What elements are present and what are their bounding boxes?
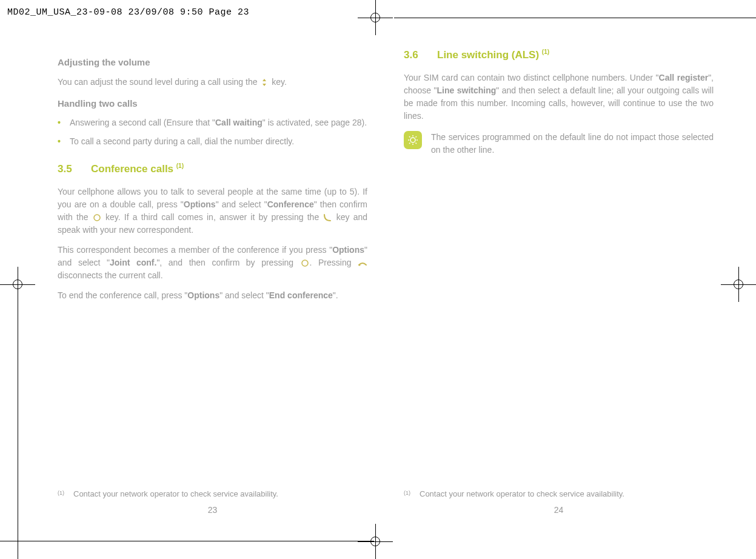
updown-key-icon [259, 78, 269, 87]
footnote: (1) Contact your network operator to che… [404, 488, 624, 500]
bullet-icon: • [58, 116, 70, 129]
crop-mark-top [358, 0, 394, 35]
svg-line-11 [416, 136, 417, 138]
crop-mark-bottom [358, 524, 394, 559]
hangup-key-icon [358, 258, 367, 268]
svg-line-10 [409, 142, 410, 144]
circle-key-icon [300, 258, 310, 268]
left-page: Adjusting the volume You can adjust the … [58, 47, 367, 517]
left-rule [18, 291, 18, 559]
para-volume: You can adjust the sound level during a … [58, 76, 367, 89]
footnote: (1) Contact your network operator to che… [58, 488, 278, 500]
svg-point-2 [359, 264, 361, 266]
svg-point-3 [410, 138, 415, 142]
answer-key-icon [323, 213, 332, 223]
section-heading-3-5: 3.5Conference calls (1) [58, 161, 367, 177]
para-conference-2: This correspondent becomes a member of t… [58, 244, 367, 282]
section-heading-3-6: 3.6Line switching (ALS) (1) [404, 47, 714, 63]
right-page: 3.6Line switching (ALS) (1) Your SIM car… [404, 47, 714, 517]
heading-adjusting-volume: Adjusting the volume [58, 56, 367, 70]
para-conference-1: Your cellphone allows you to talk to sev… [58, 186, 367, 236]
tip-icon [404, 131, 422, 149]
tip-box: The services programmed on the default l… [404, 131, 714, 156]
bullet-icon: • [58, 135, 70, 148]
para-conference-3: To end the conference call, press "Optio… [58, 289, 367, 302]
bullet-item: • Answering a second call (Ensure that "… [58, 116, 367, 129]
svg-line-9 [416, 142, 417, 144]
svg-point-0 [94, 215, 100, 221]
top-rule [394, 18, 756, 18]
page-number: 24 [404, 504, 714, 517]
page-number: 23 [58, 504, 367, 517]
tip-text: The services programmed on the default l… [431, 131, 714, 156]
heading-two-calls: Handling two calls [58, 97, 367, 111]
para-line-switching: Your SIM card can contain two distinct c… [404, 72, 714, 122]
svg-point-1 [302, 260, 308, 266]
bottom-rule [0, 541, 374, 541]
crop-mark-right [721, 267, 756, 303]
print-header: MD02_UM_USA_23-09-08 23/09/08 9:50 Page … [7, 6, 249, 20]
svg-line-8 [409, 136, 410, 138]
bullet-item: • To call a second party during a call, … [58, 135, 367, 148]
circle-key-icon [92, 213, 102, 223]
